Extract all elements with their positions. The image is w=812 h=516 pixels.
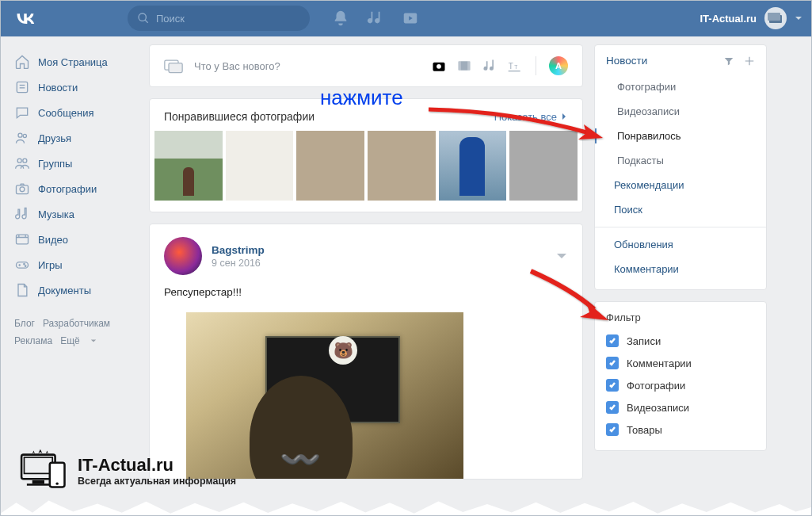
filter-label: Товары: [627, 424, 662, 436]
nav-label: Фотографии: [38, 183, 97, 195]
nav-groups[interactable]: Группы: [10, 151, 138, 176]
post-text: Репсуперстар!!!: [150, 278, 582, 306]
right-sidebar: Новости Фотографии Видеозаписи Понравило…: [594, 44, 767, 491]
nav-messages[interactable]: Сообщения: [10, 100, 138, 125]
story-icon[interactable]: A: [549, 56, 568, 75]
svg-rect-2: [768, 13, 780, 21]
chevron-down-icon: [795, 14, 802, 22]
nav-my-page[interactable]: Моя Страница: [10, 49, 138, 75]
photo-thumb[interactable]: [154, 131, 223, 201]
footer-blog[interactable]: Блог: [14, 318, 35, 329]
photo-thumb[interactable]: [439, 131, 507, 201]
docs-icon: [14, 282, 30, 298]
camera-tool-icon[interactable]: [431, 58, 447, 74]
music-nav-icon: [14, 206, 30, 222]
nav-label: Группы: [38, 158, 72, 170]
r-item-podcasts[interactable]: Подкасты: [595, 148, 766, 173]
r-item-videos[interactable]: Видеозаписи: [595, 99, 766, 124]
photo-thumb[interactable]: [226, 131, 294, 201]
text-tool-icon[interactable]: TT: [507, 58, 523, 74]
photo-thumb[interactable]: [509, 131, 578, 201]
chevron-down-icon[interactable]: [555, 250, 568, 262]
nav-label: Сообщения: [38, 107, 94, 119]
svg-point-11: [20, 187, 25, 192]
nav-games[interactable]: Игры: [10, 252, 138, 277]
composer[interactable]: Что у Вас нового? TT A: [149, 44, 583, 87]
bell-icon[interactable]: [332, 10, 349, 27]
nav-docs[interactable]: Документы: [10, 277, 138, 303]
filter-label: Записи: [627, 335, 661, 347]
post-card: Bagstrimp 9 сен 2016 Репсуперстар!!! 🐻 〰…: [149, 224, 583, 480]
nav-music[interactable]: Музыка: [10, 201, 138, 227]
nav-news[interactable]: Новости: [10, 75, 138, 100]
r-item-comments[interactable]: Комментарии: [595, 257, 766, 281]
svg-rect-23: [459, 61, 461, 71]
avatar: [764, 7, 787, 29]
post-date: 9 сен 2016: [212, 258, 265, 269]
svg-rect-12: [17, 235, 29, 244]
username-label: IT-Actual.ru: [700, 13, 757, 25]
post-avatar[interactable]: [164, 237, 202, 275]
post-user-link[interactable]: Bagstrimp: [212, 244, 265, 256]
filter-videos[interactable]: Видеозаписи: [595, 396, 766, 419]
filter-goods[interactable]: Товары: [595, 419, 766, 441]
svg-rect-24: [467, 61, 470, 71]
r-item-recommend[interactable]: Рекомендации: [595, 173, 766, 197]
music-icon[interactable]: [367, 10, 384, 27]
header-icons: [332, 10, 419, 27]
svg-text:T: T: [514, 64, 517, 70]
content: Моя Страница Новости Сообщения Друзья Гр…: [0, 36, 812, 499]
chevron-down-icon: [90, 338, 97, 344]
search-box[interactable]: [128, 6, 310, 31]
liked-photos-title: Понравившиеся фотографии: [164, 110, 494, 123]
r-item-search[interactable]: Поиск: [595, 197, 766, 222]
nav-friends[interactable]: Друзья: [10, 125, 138, 151]
footer-links: БлогРазработчикам РекламаЕщё: [10, 315, 138, 350]
filter-label: Фотографии: [627, 380, 685, 392]
plus-icon[interactable]: [744, 55, 755, 67]
news-sections-card: Новости Фотографии Видеозаписи Понравило…: [594, 44, 767, 290]
footer-ads[interactable]: Реклама: [14, 335, 52, 346]
checkbox-icon: [606, 401, 619, 414]
search-input[interactable]: [156, 13, 300, 25]
post-image[interactable]: 🐻 〰️: [186, 312, 463, 479]
video-tool-icon[interactable]: [456, 58, 472, 74]
svg-point-6: [18, 133, 22, 137]
filter-posts[interactable]: Записи: [595, 330, 766, 352]
checkbox-icon: [606, 423, 619, 436]
video-play-icon[interactable]: [402, 10, 419, 27]
filter-photos[interactable]: Фотографии: [595, 374, 766, 396]
filter-comments[interactable]: Комментарии: [595, 352, 766, 374]
r-item-liked[interactable]: Понравилось: [595, 124, 766, 148]
photo-thumb[interactable]: [296, 131, 364, 201]
groups-icon: [14, 155, 30, 171]
r-item-photos[interactable]: Фотографии: [595, 75, 766, 99]
svg-point-17: [25, 266, 26, 266]
filter-card: Фильтр Записи Комментарии Фотографии Вид…: [594, 301, 767, 451]
chevron-right-icon: [560, 113, 568, 120]
checkbox-icon: [606, 379, 619, 392]
svg-rect-19: [169, 63, 182, 73]
header-user[interactable]: IT-Actual.ru: [700, 7, 802, 29]
nav-photos[interactable]: Фотографии: [10, 176, 138, 201]
nav-video[interactable]: Видео: [10, 227, 138, 252]
search-icon: [137, 12, 150, 25]
nav-label: Музыка: [38, 208, 74, 220]
footer-more[interactable]: Ещё: [60, 335, 97, 346]
video-icon: [14, 231, 30, 247]
r-item-updates[interactable]: Обновления: [595, 232, 766, 257]
svg-point-9: [23, 159, 27, 162]
svg-rect-13: [17, 262, 29, 269]
filter-title: Фильтр: [595, 302, 766, 330]
show-all-link[interactable]: Показать все: [494, 111, 568, 123]
filter-icon[interactable]: [723, 55, 734, 67]
friends-icon: [14, 130, 30, 146]
vk-logo-icon[interactable]: [14, 7, 36, 29]
nav-label: Игры: [38, 259, 63, 271]
liked-photos-card: Понравившиеся фотографии Показать все: [149, 98, 583, 212]
music-tool-icon[interactable]: [482, 58, 497, 74]
news-icon: [14, 79, 30, 95]
photo-thumb[interactable]: [368, 131, 436, 201]
footer-devs[interactable]: Разработчикам: [43, 318, 110, 329]
news-header-label[interactable]: Новости: [606, 55, 647, 67]
